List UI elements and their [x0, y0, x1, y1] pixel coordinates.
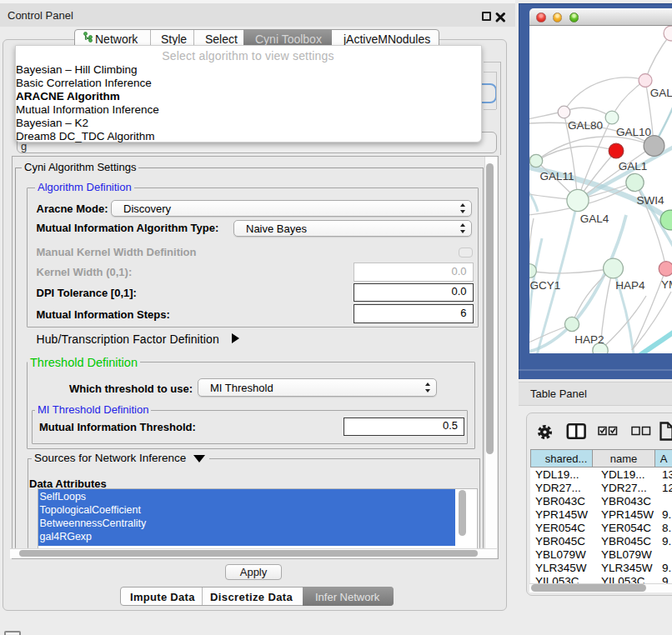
svg-text:GAL1: GAL1	[619, 160, 648, 172]
svg-text:GAL11: GAL11	[539, 170, 574, 182]
svg-text:GAL80: GAL80	[568, 119, 603, 132]
svg-text:HAP2: HAP2	[574, 333, 604, 346]
svg-text:SWI4: SWI4	[636, 194, 664, 207]
svg-text:GAL10: GAL10	[616, 126, 651, 138]
svg-text:HAP4: HAP4	[615, 279, 645, 292]
svg-text:GAL4: GAL4	[580, 212, 609, 225]
svg-text:YM: YM	[661, 278, 672, 291]
svg-text:GCY1: GCY1	[530, 279, 561, 292]
svg-text:GAL7: GAL7	[650, 87, 672, 99]
